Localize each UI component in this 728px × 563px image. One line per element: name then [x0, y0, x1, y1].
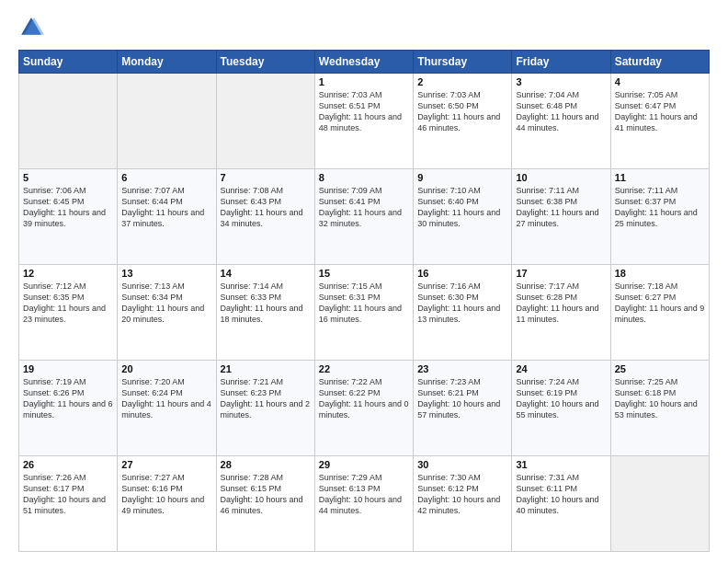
day-number: 7 — [221, 172, 311, 183]
day-info: Sunrise: 7:11 AM Sunset: 6:38 PM Dayligh… — [516, 185, 606, 230]
day-info: Sunrise: 7:24 AM Sunset: 6:19 PM Dayligh… — [516, 376, 606, 421]
day-cell: 22Sunrise: 7:22 AM Sunset: 6:22 PM Dayli… — [314, 361, 413, 456]
day-info: Sunrise: 7:03 AM Sunset: 6:51 PM Dayligh… — [319, 89, 409, 134]
day-cell: 27Sunrise: 7:27 AM Sunset: 6:16 PM Dayli… — [118, 456, 216, 552]
day-number: 27 — [121, 459, 211, 470]
header — [18, 15, 710, 40]
day-cell: 10Sunrise: 7:11 AM Sunset: 6:38 PM Dayli… — [512, 169, 610, 265]
page: SundayMondayTuesdayWednesdayThursdayFrid… — [0, 0, 728, 563]
day-number: 10 — [516, 172, 606, 183]
day-info: Sunrise: 7:30 AM Sunset: 6:12 PM Dayligh… — [417, 472, 507, 517]
day-cell: 16Sunrise: 7:16 AM Sunset: 6:30 PM Dayli… — [414, 265, 512, 361]
day-number: 20 — [121, 363, 211, 374]
day-cell: 6Sunrise: 7:07 AM Sunset: 6:44 PM Daylig… — [118, 169, 216, 265]
logo-icon — [18, 15, 44, 40]
day-cell: 31Sunrise: 7:31 AM Sunset: 6:11 PM Dayli… — [512, 456, 610, 552]
day-number: 18 — [615, 268, 705, 279]
day-cell: 28Sunrise: 7:28 AM Sunset: 6:15 PM Dayli… — [216, 456, 314, 552]
day-cell: 3Sunrise: 7:04 AM Sunset: 6:48 PM Daylig… — [512, 74, 610, 169]
col-header-sunday: Sunday — [19, 51, 118, 74]
col-header-wednesday: Wednesday — [314, 51, 413, 74]
col-header-tuesday: Tuesday — [216, 51, 314, 74]
day-number: 30 — [417, 459, 507, 470]
day-number: 8 — [319, 172, 409, 183]
day-number: 28 — [221, 459, 311, 470]
day-cell: 30Sunrise: 7:30 AM Sunset: 6:12 PM Dayli… — [414, 456, 512, 552]
logo — [18, 15, 48, 40]
day-info: Sunrise: 7:21 AM Sunset: 6:23 PM Dayligh… — [221, 376, 311, 421]
day-number: 16 — [417, 268, 507, 279]
day-cell: 26Sunrise: 7:26 AM Sunset: 6:17 PM Dayli… — [19, 456, 118, 552]
day-number: 3 — [516, 76, 606, 87]
day-number: 21 — [221, 363, 311, 374]
day-info: Sunrise: 7:14 AM Sunset: 6:33 PM Dayligh… — [221, 281, 311, 326]
col-header-saturday: Saturday — [610, 51, 709, 74]
day-cell — [118, 74, 216, 169]
day-cell: 25Sunrise: 7:25 AM Sunset: 6:18 PM Dayli… — [610, 361, 709, 456]
day-info: Sunrise: 7:23 AM Sunset: 6:21 PM Dayligh… — [417, 376, 507, 421]
calendar-table: SundayMondayTuesdayWednesdayThursdayFrid… — [18, 50, 710, 552]
day-cell: 11Sunrise: 7:11 AM Sunset: 6:37 PM Dayli… — [610, 169, 709, 265]
day-number: 11 — [615, 172, 705, 183]
day-number: 13 — [121, 268, 211, 279]
day-cell: 15Sunrise: 7:15 AM Sunset: 6:31 PM Dayli… — [314, 265, 413, 361]
calendar-header-row: SundayMondayTuesdayWednesdayThursdayFrid… — [19, 51, 710, 74]
day-number: 1 — [319, 76, 409, 87]
week-row-2: 12Sunrise: 7:12 AM Sunset: 6:35 PM Dayli… — [19, 265, 710, 361]
day-number: 19 — [23, 363, 113, 374]
week-row-3: 19Sunrise: 7:19 AM Sunset: 6:26 PM Dayli… — [19, 361, 710, 456]
day-info: Sunrise: 7:26 AM Sunset: 6:17 PM Dayligh… — [23, 472, 113, 517]
day-info: Sunrise: 7:04 AM Sunset: 6:48 PM Dayligh… — [516, 89, 606, 134]
day-cell: 24Sunrise: 7:24 AM Sunset: 6:19 PM Dayli… — [512, 361, 610, 456]
week-row-1: 5Sunrise: 7:06 AM Sunset: 6:45 PM Daylig… — [19, 169, 710, 265]
day-number: 31 — [516, 459, 606, 470]
day-info: Sunrise: 7:27 AM Sunset: 6:16 PM Dayligh… — [121, 472, 211, 517]
day-number: 24 — [516, 363, 606, 374]
day-cell: 4Sunrise: 7:05 AM Sunset: 6:47 PM Daylig… — [610, 74, 709, 169]
day-number: 25 — [615, 363, 705, 374]
day-info: Sunrise: 7:06 AM Sunset: 6:45 PM Dayligh… — [23, 185, 113, 230]
day-cell: 23Sunrise: 7:23 AM Sunset: 6:21 PM Dayli… — [414, 361, 512, 456]
day-cell — [610, 456, 709, 552]
day-cell: 1Sunrise: 7:03 AM Sunset: 6:51 PM Daylig… — [314, 74, 413, 169]
day-cell: 17Sunrise: 7:17 AM Sunset: 6:28 PM Dayli… — [512, 265, 610, 361]
day-cell — [19, 74, 118, 169]
col-header-monday: Monday — [118, 51, 216, 74]
day-cell: 7Sunrise: 7:08 AM Sunset: 6:43 PM Daylig… — [216, 169, 314, 265]
day-cell: 29Sunrise: 7:29 AM Sunset: 6:13 PM Dayli… — [314, 456, 413, 552]
day-cell: 2Sunrise: 7:03 AM Sunset: 6:50 PM Daylig… — [414, 74, 512, 169]
day-info: Sunrise: 7:29 AM Sunset: 6:13 PM Dayligh… — [319, 472, 409, 517]
day-cell: 13Sunrise: 7:13 AM Sunset: 6:34 PM Dayli… — [118, 265, 216, 361]
day-info: Sunrise: 7:13 AM Sunset: 6:34 PM Dayligh… — [121, 281, 211, 326]
day-number: 9 — [417, 172, 507, 183]
day-info: Sunrise: 7:17 AM Sunset: 6:28 PM Dayligh… — [516, 281, 606, 326]
week-row-0: 1Sunrise: 7:03 AM Sunset: 6:51 PM Daylig… — [19, 74, 710, 169]
day-info: Sunrise: 7:08 AM Sunset: 6:43 PM Dayligh… — [221, 185, 311, 230]
day-number: 26 — [23, 459, 113, 470]
day-info: Sunrise: 7:05 AM Sunset: 6:47 PM Dayligh… — [615, 89, 705, 134]
day-info: Sunrise: 7:11 AM Sunset: 6:37 PM Dayligh… — [615, 185, 705, 230]
day-cell: 12Sunrise: 7:12 AM Sunset: 6:35 PM Dayli… — [19, 265, 118, 361]
day-cell: 14Sunrise: 7:14 AM Sunset: 6:33 PM Dayli… — [216, 265, 314, 361]
day-number: 22 — [319, 363, 409, 374]
day-info: Sunrise: 7:31 AM Sunset: 6:11 PM Dayligh… — [516, 472, 606, 517]
day-number: 17 — [516, 268, 606, 279]
day-number: 29 — [319, 459, 409, 470]
day-info: Sunrise: 7:28 AM Sunset: 6:15 PM Dayligh… — [221, 472, 311, 517]
week-row-4: 26Sunrise: 7:26 AM Sunset: 6:17 PM Dayli… — [19, 456, 710, 552]
col-header-friday: Friday — [512, 51, 610, 74]
day-info: Sunrise: 7:15 AM Sunset: 6:31 PM Dayligh… — [319, 281, 409, 326]
day-info: Sunrise: 7:22 AM Sunset: 6:22 PM Dayligh… — [319, 376, 409, 421]
day-cell: 20Sunrise: 7:20 AM Sunset: 6:24 PM Dayli… — [118, 361, 216, 456]
day-info: Sunrise: 7:10 AM Sunset: 6:40 PM Dayligh… — [417, 185, 507, 230]
day-info: Sunrise: 7:03 AM Sunset: 6:50 PM Dayligh… — [417, 89, 507, 134]
day-cell: 19Sunrise: 7:19 AM Sunset: 6:26 PM Dayli… — [19, 361, 118, 456]
day-number: 12 — [23, 268, 113, 279]
day-number: 15 — [319, 268, 409, 279]
day-number: 14 — [221, 268, 311, 279]
day-cell: 18Sunrise: 7:18 AM Sunset: 6:27 PM Dayli… — [610, 265, 709, 361]
day-info: Sunrise: 7:18 AM Sunset: 6:27 PM Dayligh… — [615, 281, 705, 326]
day-cell — [216, 74, 314, 169]
day-number: 5 — [23, 172, 113, 183]
day-number: 4 — [615, 76, 705, 87]
